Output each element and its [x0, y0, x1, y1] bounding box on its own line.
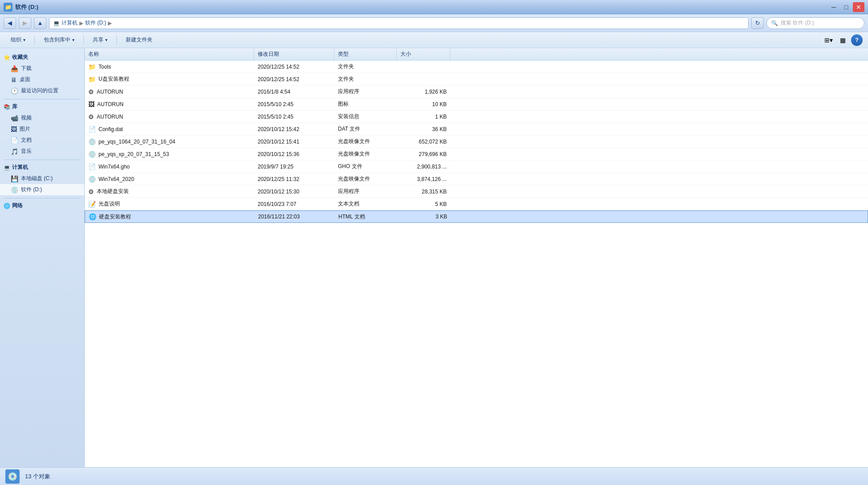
new-folder-button[interactable]: 新建文件夹: [120, 34, 158, 46]
sidebar-item-music[interactable]: 🎵 音乐: [0, 146, 84, 157]
file-name-cell: 📁 U盘安装教程: [85, 75, 254, 83]
sidebar-network-label: 网络: [12, 202, 23, 210]
sidebar-item-documents[interactable]: 📄 文档: [0, 135, 84, 146]
preview-button[interactable]: ▦: [837, 34, 848, 46]
file-name-cell: 📄 Config.dat: [85, 126, 254, 133]
sidebar-favorites-header[interactable]: ⭐ 收藏夹: [0, 52, 84, 63]
sidebar-item-video[interactable]: 📹 视频: [0, 112, 84, 123]
recent-icon: 🕐: [11, 87, 18, 95]
sidebar-computer-section: 💻 计算机 💾 本地磁盘 (C:) 💿 软件 (D:): [0, 162, 84, 195]
refresh-button[interactable]: ↻: [751, 17, 764, 29]
table-row[interactable]: 🌐 硬盘安装教程 2016/11/21 22:03 HTML 文档 3 KB: [85, 210, 868, 223]
sidebar-item-pictures[interactable]: 🖼 图片: [0, 123, 84, 135]
sidebar-library-header[interactable]: 📚 库: [0, 101, 84, 112]
titlebar-left: 📁 软件 (D:): [4, 3, 38, 12]
col-header-name[interactable]: 名称: [85, 48, 254, 60]
file-icon: 📝: [88, 201, 96, 208]
table-row[interactable]: 📝 光盘说明 2016/10/23 7:07 文本文档 5 KB: [85, 198, 868, 210]
filelist: 名称 修改日期 类型 大小 📁 Tools 2020/12/25 14:52 文…: [85, 48, 868, 467]
table-row[interactable]: ⚙ AUTORUN 2016/1/8 4:54 应用程序 1,926 KB: [85, 86, 868, 98]
titlebar: 📁 软件 (D:) ─ □ ✕: [0, 0, 868, 14]
breadcrumb-computer[interactable]: 计算机: [62, 19, 78, 27]
video-icon: 📹: [11, 115, 18, 122]
table-row[interactable]: 📄 Config.dat 2020/10/12 15:42 DAT 文件 36 …: [85, 123, 868, 136]
computer-icon: 💻: [4, 164, 10, 171]
sidebar-favorites-label: 收藏夹: [12, 53, 28, 61]
toolbar-sep2: [83, 36, 84, 45]
file-name-cell: 💿 pe_yqs_1064_20_07_31_16_04: [85, 138, 254, 145]
breadcrumb-drive[interactable]: 软件 (D:): [85, 19, 106, 27]
table-row[interactable]: ⚙ AUTORUN 2015/5/10 2:45 安装信息 1 KB: [85, 111, 868, 123]
documents-icon: 📄: [11, 137, 18, 144]
table-row[interactable]: 📄 Win7x64.gho 2019/9/7 19:25 GHO 文件 2,90…: [85, 160, 868, 173]
statusbar: 💿 13 个对象: [0, 467, 868, 485]
file-icon: ⚙: [88, 113, 94, 120]
file-name-cell: 🖼 AUTORUN: [85, 101, 254, 108]
main-area: ⭐ 收藏夹 📥 下载 🖥 桌面 🕐 最近访问的位置 📚 库: [0, 48, 868, 467]
file-date-cell: 2020/12/25 11:32: [254, 176, 334, 182]
file-icon: ⚙: [88, 188, 94, 195]
col-header-size[interactable]: 大小: [397, 48, 450, 60]
file-date-cell: 2020/10/12 15:36: [254, 151, 334, 157]
maximize-button[interactable]: □: [840, 2, 852, 12]
sidebar-library-label: 库: [12, 103, 17, 111]
minimize-button[interactable]: ─: [828, 2, 839, 12]
table-row[interactable]: 📁 U盘安装教程 2020/12/25 14:52 文件夹: [85, 73, 868, 86]
close-button[interactable]: ✕: [853, 2, 864, 12]
search-bar[interactable]: 🔍 搜索 软件 (D:): [766, 17, 864, 29]
view-options-button[interactable]: ⊞▾: [823, 34, 834, 46]
file-name-cell: ⚙ AUTORUN: [85, 88, 254, 95]
table-row[interactable]: 💿 Win7x64_2020 2020/12/25 11:32 光盘映像文件 3…: [85, 173, 868, 185]
toolbar-right: ⊞▾ ▦ ?: [823, 34, 863, 46]
file-icon: 📁: [88, 76, 96, 83]
table-row[interactable]: 📁 Tools 2020/12/25 14:52 文件夹: [85, 61, 868, 73]
divider2: [4, 160, 81, 160]
sidebar-item-download[interactable]: 📥 下载: [0, 63, 84, 74]
table-row[interactable]: ⚙ 本地硬盘安装 2020/10/12 15:30 应用程序 28,315 KB: [85, 185, 868, 198]
star-icon: ⭐: [4, 54, 10, 61]
toolbar: 组织 包含到库中 共享 新建文件夹 ⊞▾ ▦ ?: [0, 32, 868, 48]
col-header-date[interactable]: 修改日期: [254, 48, 334, 60]
include-library-button[interactable]: 包含到库中: [38, 34, 80, 46]
sidebar-network-header[interactable]: 🌐 网络: [0, 200, 84, 211]
file-type-cell: HTML 文档: [335, 213, 397, 221]
file-size-cell: 36 KB: [397, 126, 450, 132]
table-row[interactable]: 💿 pe_yqs_xp_20_07_31_15_53 2020/10/12 15…: [85, 148, 868, 160]
file-date-cell: 2020/12/25 14:52: [254, 64, 334, 70]
file-icon: 📁: [88, 63, 96, 70]
sidebar-music-label: 音乐: [21, 148, 32, 155]
breadcrumb[interactable]: 💻 计算机 ▶ 软件 (D:) ▶: [49, 17, 749, 29]
status-count: 13 个对象: [25, 473, 50, 481]
file-size-cell: 652,072 KB: [397, 139, 450, 145]
col-header-type[interactable]: 类型: [334, 48, 397, 60]
organize-button[interactable]: 组织: [5, 34, 31, 46]
sidebar-favorites-section: ⭐ 收藏夹 📥 下载 🖥 桌面 🕐 最近访问的位置: [0, 52, 84, 96]
sidebar-computer-label: 计算机: [12, 164, 28, 171]
file-size-cell: 28,315 KB: [397, 189, 450, 195]
sidebar-item-d-drive[interactable]: 💿 软件 (D:): [0, 184, 84, 195]
divider1: [4, 99, 81, 99]
file-date-cell: 2020/10/12 15:42: [254, 126, 334, 132]
file-name: U盘安装教程: [99, 75, 129, 83]
d-drive-icon: 💿: [11, 186, 18, 193]
file-name: 硬盘安装教程: [99, 213, 131, 221]
back-button[interactable]: ◀: [4, 17, 16, 29]
file-date-cell: 2016/10/23 7:07: [254, 201, 334, 207]
sidebar-computer-header[interactable]: 💻 计算机: [0, 162, 84, 173]
file-icon: 🌐: [89, 213, 96, 220]
search-icon: 🔍: [771, 20, 778, 26]
help-button[interactable]: ?: [851, 34, 863, 46]
forward-button[interactable]: ▶: [19, 17, 31, 29]
sidebar: ⭐ 收藏夹 📥 下载 🖥 桌面 🕐 最近访问的位置 📚 库: [0, 48, 85, 467]
table-row[interactable]: 💿 pe_yqs_1064_20_07_31_16_04 2020/10/12 …: [85, 136, 868, 148]
sidebar-item-desktop[interactable]: 🖥 桌面: [0, 74, 84, 85]
file-date-cell: 2020/12/25 14:52: [254, 76, 334, 82]
file-date-cell: 2015/5/10 2:45: [254, 101, 334, 107]
table-row[interactable]: 🖼 AUTORUN 2015/5/10 2:45 图标 10 KB: [85, 98, 868, 111]
sidebar-item-recent[interactable]: 🕐 最近访问的位置: [0, 85, 84, 96]
sidebar-item-c-drive[interactable]: 💾 本地磁盘 (C:): [0, 173, 84, 184]
up-button[interactable]: ▲: [34, 17, 46, 29]
file-name-cell: ⚙ 本地硬盘安装: [85, 188, 254, 195]
share-button[interactable]: 共享: [87, 34, 113, 46]
file-icon: 📄: [88, 163, 96, 170]
